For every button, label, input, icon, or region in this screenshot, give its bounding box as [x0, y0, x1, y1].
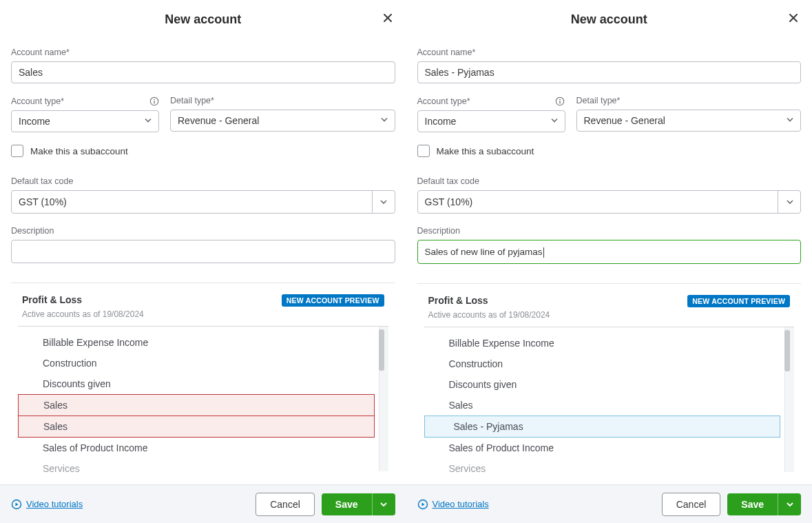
svg-point-5 [559, 99, 561, 100]
subaccount-label: Make this a subaccount [30, 146, 128, 156]
scrollbar-thumb[interactable] [784, 330, 790, 371]
account-type-select[interactable]: Income [11, 110, 159, 132]
list-item[interactable]: Services [18, 458, 375, 479]
detail-type-select[interactable]: Revenue - General [576, 110, 802, 132]
scrollbar-thumb[interactable] [379, 329, 384, 371]
footer: Video tutorials Cancel Save [406, 484, 813, 523]
save-button[interactable]: Save [727, 493, 778, 515]
list-item[interactable]: Sales [18, 416, 375, 438]
description-label: Description [11, 226, 395, 236]
cancel-button[interactable]: Cancel [256, 493, 315, 516]
save-dropdown-button[interactable] [372, 493, 395, 515]
account-name-input[interactable] [417, 61, 802, 83]
preview-sub: Active accounts as of 19/08/2024 [424, 310, 795, 320]
chevron-down-icon [372, 190, 395, 214]
list-item[interactable]: Sales of Product Income [424, 438, 781, 458]
video-tutorials-link[interactable]: Video tutorials [11, 499, 83, 510]
panel-left: New account Account name* Account type* [0, 0, 406, 523]
dialog-title: New account [571, 12, 647, 26]
tax-select[interactable]: GST (10%) [417, 190, 802, 214]
description-label: Description [417, 226, 802, 236]
close-icon[interactable] [380, 12, 395, 28]
list-item[interactable]: Sales of Product Income [18, 438, 375, 458]
detail-type-label: Detail type* [170, 96, 395, 105]
list-item[interactable]: Services [424, 458, 781, 479]
info-icon[interactable] [555, 96, 565, 106]
svg-point-1 [154, 99, 155, 100]
dialog-title: New account [165, 12, 241, 26]
subaccount-checkbox[interactable] [417, 145, 430, 157]
account-name-label: Account name* [417, 48, 802, 57]
preview-sub: Active accounts as of 19/08/2024 [18, 309, 388, 319]
account-type-select[interactable]: Income [417, 110, 565, 132]
account-name-label: Account name* [11, 48, 395, 57]
preview-title: Profit & Loss [22, 294, 82, 305]
preview-title: Profit & Loss [428, 295, 488, 306]
list-item[interactable]: Sales [424, 395, 781, 416]
account-name-input[interactable] [11, 61, 395, 83]
list-item[interactable]: Construction [18, 353, 375, 373]
preview-section: Profit & Loss NEW ACCOUNT PREVIEW Active… [11, 283, 395, 471]
subaccount-label: Make this a subaccount [437, 146, 534, 156]
svg-rect-2 [154, 101, 154, 103]
panel-right: New account Account name* Account type* [406, 0, 813, 523]
detail-type-label: Detail type* [576, 96, 802, 105]
preview-badge: NEW ACCOUNT PREVIEW [282, 294, 384, 307]
account-type-label: Account type* [417, 96, 470, 106]
description-input[interactable]: Sales of new line of pyjamas [417, 240, 802, 264]
preview-badge: NEW ACCOUNT PREVIEW [687, 295, 790, 307]
close-icon[interactable] [786, 12, 801, 28]
list-item[interactable]: Construction [424, 353, 781, 374]
save-dropdown-button[interactable] [778, 493, 801, 515]
footer: Video tutorials Cancel Save [0, 484, 406, 523]
list-item[interactable]: Sales [18, 394, 375, 416]
list-item[interactable]: Billable Expense Income [18, 332, 375, 353]
list-item[interactable]: Sales - Pyjamas [424, 416, 781, 438]
svg-rect-6 [559, 101, 560, 103]
video-tutorials-link[interactable]: Video tutorials [417, 499, 489, 510]
chevron-down-icon [778, 190, 801, 214]
account-type-label: Account type* [11, 96, 64, 106]
list-item[interactable]: Discounts given [18, 373, 375, 394]
tax-label: Default tax code [11, 176, 395, 186]
text-cursor [543, 247, 544, 258]
save-button[interactable]: Save [322, 493, 372, 515]
list-item[interactable]: Discounts given [424, 374, 781, 395]
info-icon[interactable] [149, 96, 159, 106]
subaccount-checkbox[interactable] [11, 145, 23, 157]
tax-select[interactable]: GST (10%) [11, 190, 395, 214]
detail-type-select[interactable]: Revenue - General [170, 110, 395, 132]
cancel-button[interactable]: Cancel [662, 493, 721, 516]
list-item[interactable]: Billable Expense Income [424, 333, 781, 353]
description-input[interactable] [11, 240, 395, 263]
tax-label: Default tax code [417, 176, 802, 186]
preview-section: Profit & Loss NEW ACCOUNT PREVIEW Active… [417, 283, 802, 472]
